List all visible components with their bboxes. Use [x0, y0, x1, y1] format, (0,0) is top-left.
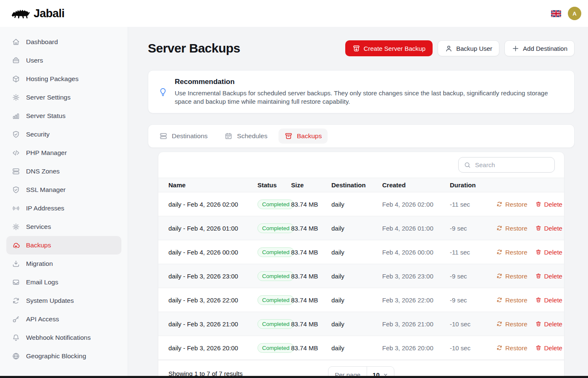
- archive-arrow-down-icon: [352, 45, 360, 52]
- backup-destination: daily: [331, 273, 382, 280]
- backup-name: daily - Feb 4, 2026 01:00: [158, 225, 257, 232]
- recommendation-body: Use Incremental Backups for scheduled se…: [175, 89, 555, 106]
- sidebar-item-webhook-notifications[interactable]: Webhook Notifications: [6, 328, 121, 347]
- gear-icon: [12, 93, 20, 102]
- sidebar-item-api-access[interactable]: API Access: [6, 310, 121, 328]
- sidebar-item-services[interactable]: Services: [6, 218, 121, 236]
- brand-logo[interactable]: Jabali: [11, 7, 65, 20]
- sidebar-item-label: Server Status: [26, 112, 66, 120]
- sidebar-item-server-settings[interactable]: Server Settings: [6, 88, 121, 107]
- sidebar-item-hosting-packages[interactable]: Hosting Packages: [6, 70, 121, 88]
- tab-destinations[interactable]: Destinations: [153, 129, 213, 144]
- status-badge: Completed: [257, 271, 294, 281]
- delete-button[interactable]: Delete: [535, 344, 562, 352]
- backups-table-card: Name Status Size Destination Created Dur…: [158, 152, 564, 378]
- sidebar: Dashboard Users Hosting Packages Server …: [0, 27, 128, 378]
- tab-backups[interactable]: Backups: [278, 129, 328, 144]
- plus-icon: [512, 45, 520, 52]
- refresh-icon: [12, 297, 20, 305]
- restore-label: Restore: [505, 297, 528, 304]
- restore-button[interactable]: Restore: [496, 297, 528, 304]
- sidebar-item-backups[interactable]: Backups: [6, 236, 121, 255]
- table-row: daily - Feb 3, 2026 21:00 Completed 83.7…: [158, 312, 564, 336]
- sidebar-item-label: Backups: [26, 242, 51, 249]
- backup-created: Feb 4, 2026 01:00: [382, 225, 450, 232]
- delete-button[interactable]: Delete: [535, 249, 562, 256]
- delete-button[interactable]: Delete: [535, 320, 562, 328]
- home-icon: [12, 38, 20, 46]
- table-row: daily - Feb 3, 2026 20:00 Completed 83.7…: [158, 336, 564, 360]
- sidebar-item-ssl-manager[interactable]: SSL Manager: [6, 181, 121, 199]
- sidebar-item-ip-addresses[interactable]: IP Addresses: [6, 199, 121, 218]
- sidebar-item-geographic-blocking[interactable]: Geographic Blocking: [6, 347, 121, 365]
- delete-label: Delete: [544, 273, 562, 280]
- column-header-status: Status: [257, 181, 291, 189]
- sidebar-item-label: Services: [26, 223, 51, 231]
- table-row: daily - Feb 3, 2026 22:00 Completed 83.7…: [158, 288, 564, 312]
- calendar-icon: [224, 132, 233, 140]
- table-row: daily - Feb 3, 2026 23:00 Completed 83.7…: [158, 264, 564, 288]
- backup-duration: -11 sec: [450, 249, 496, 256]
- backup-name: daily - Feb 4, 2026 00:00: [158, 249, 257, 256]
- delete-button[interactable]: Delete: [535, 273, 562, 280]
- backup-destination: daily: [331, 201, 382, 208]
- sidebar-item-email-logs[interactable]: Email Logs: [6, 273, 121, 291]
- table-header-row: Name Status Size Destination Created Dur…: [158, 178, 564, 192]
- delete-button[interactable]: Delete: [535, 225, 562, 232]
- status-badge: Completed: [257, 319, 294, 329]
- sidebar-item-label: Users: [26, 57, 43, 64]
- restore-button[interactable]: Restore: [496, 225, 528, 232]
- backup-user-button[interactable]: Backup User: [438, 40, 499, 56]
- tab-label: Schedules: [237, 132, 267, 140]
- tab-label: Destinations: [172, 132, 207, 140]
- trash-icon: [535, 297, 542, 303]
- user-avatar[interactable]: A: [568, 7, 581, 20]
- delete-button[interactable]: Delete: [535, 201, 562, 208]
- delete-button[interactable]: Delete: [535, 297, 562, 304]
- sidebar-item-dashboard[interactable]: Dashboard: [6, 33, 121, 51]
- main-content: Server Backups Create Server Backup Back…: [128, 27, 588, 378]
- restore-label: Restore: [505, 320, 528, 328]
- delete-label: Delete: [544, 201, 562, 208]
- sidebar-item-users[interactable]: Users: [6, 51, 121, 70]
- table-row: daily - Feb 4, 2026 01:00 Completed 83.7…: [158, 216, 564, 240]
- add-destination-button[interactable]: Add Destination: [504, 40, 575, 56]
- sidebar-item-server-status[interactable]: Server Status: [6, 107, 121, 125]
- column-header-duration: Duration: [450, 181, 496, 189]
- sidebar-item-security[interactable]: Security: [6, 125, 121, 144]
- backup-size: 83.74 MB: [291, 297, 331, 304]
- sidebar-item-dns-zones[interactable]: DNS Zones: [6, 162, 121, 181]
- backup-name: daily - Feb 3, 2026 20:00: [158, 344, 257, 352]
- restore-button[interactable]: Restore: [496, 201, 528, 208]
- delete-label: Delete: [544, 320, 562, 328]
- search-input[interactable]: [475, 161, 549, 168]
- restore-refresh-icon: [496, 225, 503, 231]
- status-badge: Completed: [257, 343, 294, 353]
- sidebar-item-system-updates[interactable]: System Updates: [6, 291, 121, 310]
- backup-duration: -10 sec: [450, 344, 496, 352]
- sidebar-item-php-manager[interactable]: PHP Manager: [6, 144, 121, 162]
- restore-button[interactable]: Restore: [496, 320, 528, 328]
- status-badge: Completed: [257, 247, 294, 257]
- column-header-destination: Destination: [331, 181, 382, 189]
- restore-button[interactable]: Restore: [496, 249, 528, 256]
- inbox-icon: [12, 278, 20, 286]
- tab-schedules[interactable]: Schedules: [218, 129, 273, 144]
- sidebar-item-migration[interactable]: Migration: [6, 255, 121, 273]
- backup-destination: daily: [331, 320, 382, 328]
- search-box[interactable]: [458, 157, 555, 173]
- backup-created: Feb 3, 2026 21:00: [382, 320, 450, 328]
- language-flag-icon[interactable]: [551, 10, 561, 17]
- status-badge: Completed: [257, 295, 294, 305]
- restore-button[interactable]: Restore: [496, 344, 528, 352]
- restore-refresh-icon: [496, 249, 503, 255]
- backup-destination: daily: [331, 344, 382, 352]
- create-server-backup-button[interactable]: Create Server Backup: [345, 40, 433, 56]
- cloud-upload-icon: [12, 241, 20, 249]
- status-badge: Completed: [257, 223, 294, 233]
- viewport-bottom-bar: [0, 376, 588, 378]
- sidebar-item-label: PHP Manager: [26, 149, 67, 157]
- restore-button[interactable]: Restore: [496, 273, 528, 280]
- backup-created: Feb 3, 2026 22:00: [382, 297, 450, 304]
- user-icon: [445, 45, 453, 52]
